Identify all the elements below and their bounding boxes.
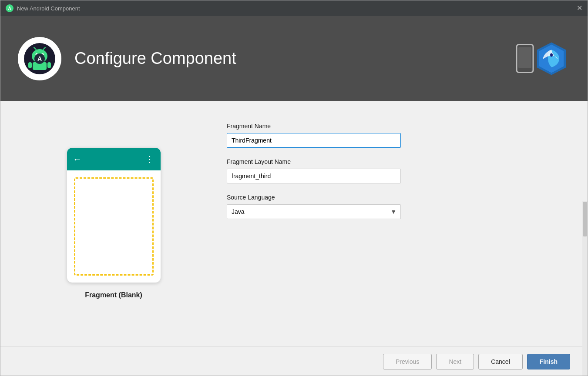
finish-button[interactable]: Finish: [527, 354, 570, 369]
preview-label: Fragment (Blank): [85, 291, 142, 299]
fragment-preview: ← ⋮: [67, 148, 161, 283]
fragment-layout-label: Fragment Layout Name: [227, 158, 401, 165]
svg-rect-10: [47, 62, 51, 68]
fragment-name-group: Fragment Name: [227, 123, 401, 148]
source-language-group: Source Language Java Kotlin ▼: [227, 194, 401, 219]
svg-text:A: A: [37, 55, 42, 62]
header-brand: [515, 40, 570, 77]
header-title: Configure Component: [74, 49, 236, 68]
footer: Previous Next Cancel Finish: [0, 346, 588, 376]
android-studio-logo: A: [24, 43, 55, 74]
fragment-name-label: Fragment Name: [227, 123, 401, 130]
phone-top-bar: ← ⋮: [67, 148, 161, 170]
close-button[interactable]: ✕: [577, 5, 582, 12]
next-button[interactable]: Next: [436, 354, 474, 369]
previous-button[interactable]: Previous: [383, 354, 432, 369]
phone-content-area: [74, 177, 154, 276]
svg-text:A: A: [8, 6, 11, 11]
preview-section: ← ⋮ Fragment (Blank): [27, 118, 201, 329]
back-arrow-icon: ←: [73, 154, 82, 164]
fragment-layout-input[interactable]: [227, 169, 401, 183]
fragment-name-input[interactable]: [227, 133, 401, 148]
svg-point-17: [550, 53, 553, 57]
android-studio-icon: A: [6, 4, 13, 12]
source-language-select-wrap: Java Kotlin ▼: [227, 204, 401, 219]
logo-circle: A: [18, 37, 61, 80]
title-bar: A New Android Component ✕: [0, 0, 588, 16]
form-section: Fragment Name Fragment Layout Name Sourc…: [227, 118, 401, 329]
source-language-select[interactable]: Java Kotlin: [227, 204, 401, 219]
title-bar-left: A New Android Component: [6, 4, 80, 12]
source-language-label: Source Language: [227, 194, 401, 201]
scrollbar-thumb[interactable]: [583, 202, 587, 236]
svg-rect-14: [518, 47, 531, 68]
menu-dots-icon: ⋮: [145, 154, 155, 164]
window-title: New Android Component: [17, 5, 80, 12]
scrollbar-track[interactable]: [582, 201, 588, 376]
header: A Configure Component: [0, 16, 588, 101]
main-content: ← ⋮ Fragment (Blank) Fragment Name Fragm…: [0, 101, 346, 346]
brand-hexagon: [533, 40, 570, 77]
cancel-button[interactable]: Cancel: [478, 354, 523, 369]
fragment-layout-group: Fragment Layout Name: [227, 158, 401, 183]
svg-rect-9: [28, 62, 32, 68]
